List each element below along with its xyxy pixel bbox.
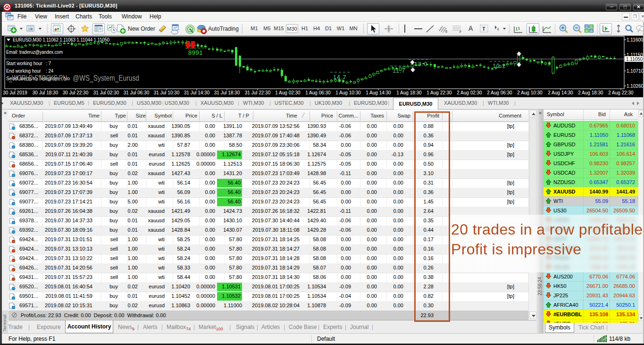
svg-text:1.10710: 1.10710 — [627, 68, 644, 74]
svg-text:1 Aug 10:30: 1 Aug 10:30 — [335, 90, 361, 95]
svg-text:1.11600: 1.11600 — [627, 37, 644, 42]
svg-text:31 Jul 22:30: 31 Jul 22:30 — [245, 90, 271, 95]
svg-text:EURUSD,M30 1.11062 1.11063 1.: EURUSD,M30 1.11062 1.11063 1.11044 1.110… — [13, 37, 109, 42]
svg-text:2 Aug 14:30: 2 Aug 14:30 — [548, 90, 573, 95]
svg-text:End working hour : 24: End working hour : 24 — [6, 68, 53, 74]
svg-text:2 Aug 22:30: 2 Aug 22:30 — [608, 90, 634, 95]
svg-text:30 Jul 18:30: 30 Jul 18:30 — [33, 90, 59, 95]
svg-text:31 Jul 02:30: 31 Jul 02:30 — [93, 90, 119, 95]
svg-text:1.10260: 1.10260 — [627, 84, 644, 89]
svg-text:30 Jul 22:30: 30 Jul 22:30 — [63, 90, 89, 95]
svg-text:E: E — [445, 30, 448, 33]
svg-text:31 Jul 10:30: 31 Jul 10:30 — [154, 90, 180, 95]
svg-text:13.0: 13.0 — [414, 61, 427, 67]
svg-text:31 Jul 18:30: 31 Jul 18:30 — [214, 90, 240, 95]
svg-text:T: T — [482, 26, 485, 32]
svg-text:30 Jul 2019: 30 Jul 2019 — [3, 90, 27, 95]
svg-text:11.7: 11.7 — [393, 67, 405, 74]
svg-text:1 Aug 18:30: 1 Aug 18:30 — [396, 90, 422, 95]
svg-text:1.11050: 1.11050 — [626, 57, 643, 62]
svg-text:1 Aug 06:30: 1 Aug 06:30 — [305, 90, 331, 95]
svg-text:_WORLD-STOCKS.RU: _WORLD-STOCKS.RU — [8, 74, 67, 83]
svg-text:Email: traderuz@yandex.com: Email: traderuz@yandex.com — [6, 49, 63, 55]
svg-text:@WS_System_Eurusd: @WS_System_Eurusd — [73, 74, 139, 83]
svg-text:1 Aug 14:30: 1 Aug 14:30 — [366, 90, 391, 95]
svg-text:8991: 8991 — [188, 49, 203, 56]
svg-text:31 Jul 06:30: 31 Jul 06:30 — [124, 90, 150, 95]
svg-text:F: F — [460, 30, 461, 34]
svg-text:Start working hour : 7: Start working hour : 7 — [6, 60, 51, 66]
svg-text:2 Aug 18:30: 2 Aug 18:30 — [578, 90, 603, 95]
svg-text:2 Aug 02:30: 2 Aug 02:30 — [457, 90, 482, 95]
svg-text:1 Aug 02:30: 1 Aug 02:30 — [275, 90, 301, 95]
svg-text:2 Aug 06:30: 2 Aug 06:30 — [487, 90, 512, 95]
svg-text:14.7: 14.7 — [333, 74, 346, 81]
svg-text:31 Jul 14:30: 31 Jul 14:30 — [184, 90, 210, 95]
svg-text:1 Aug 22:30: 1 Aug 22:30 — [427, 90, 452, 95]
svg-text:10.2: 10.2 — [493, 63, 506, 69]
svg-text:2 Aug 10:30: 2 Aug 10:30 — [517, 90, 543, 95]
